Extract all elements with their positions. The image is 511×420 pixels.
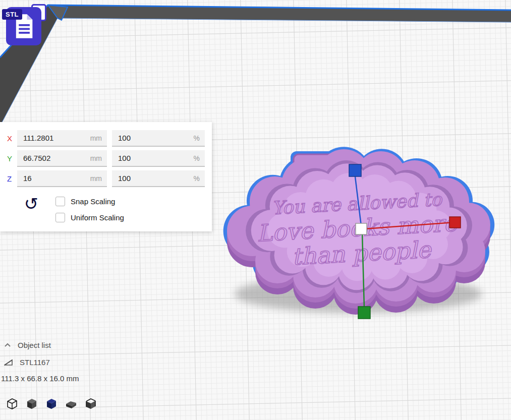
view-solid-cube-button[interactable]: [25, 396, 39, 410]
axis-y-label: Y: [7, 154, 17, 163]
scale-row-z: Z mm %: [7, 170, 205, 187]
view-wireframe-cube-button[interactable]: [5, 396, 19, 410]
object-list-panel: Object list STL1167 111.3 x 66.8 x 16.0 …: [4, 341, 79, 383]
scale-handle-x[interactable]: [449, 217, 461, 228]
mesh-icon: [4, 358, 13, 366]
flat-cube-icon: [65, 397, 78, 410]
x-mm-unit: mm: [90, 134, 102, 142]
y-mm-input[interactable]: [22, 153, 82, 163]
viewport-3d: You are allowed to Love books more than …: [0, 0, 511, 420]
x-mm-input[interactable]: [22, 133, 82, 143]
highlighted-cube-icon: [45, 397, 58, 410]
y-mm-unit: mm: [90, 154, 102, 162]
scale-handle-z[interactable]: [349, 164, 361, 176]
y-percent-field: %: [112, 150, 205, 167]
axis-z-label: Z: [7, 174, 17, 183]
scale-tool-panel: X mm % Y mm % Z mm: [0, 122, 212, 231]
x-percent-unit: %: [194, 134, 200, 142]
snap-scaling-label: Snap Scaling: [71, 197, 115, 206]
stl-file-icon[interactable]: STL: [4, 3, 49, 48]
snap-scaling-checkbox-row[interactable]: Snap Scaling: [55, 197, 124, 206]
view-open-cube-button[interactable]: [84, 396, 98, 410]
scale-handle-y[interactable]: [358, 307, 370, 319]
axis-x-label: X: [7, 134, 17, 143]
object-name: STL1167: [20, 358, 50, 367]
z-percent-field: %: [112, 170, 205, 187]
view-highlighted-cube-button[interactable]: [44, 396, 59, 410]
z-mm-input[interactable]: [22, 173, 82, 183]
stl-ribbon-label: STL: [2, 9, 22, 20]
z-mm-field: mm: [17, 170, 107, 187]
object-list-header[interactable]: Object list: [4, 341, 79, 349]
model-stl1167[interactable]: You are allowed to Love books more than …: [217, 145, 509, 329]
scale-row-y: Y mm %: [7, 150, 205, 167]
uniform-scaling-checkbox-row[interactable]: Uniform Scaling: [55, 213, 124, 222]
document-fold: [27, 14, 33, 20]
scale-row-x: X mm %: [7, 130, 205, 147]
wireframe-cube-icon: [6, 397, 19, 410]
view-toolbar: [5, 396, 98, 410]
y-percent-unit: %: [194, 154, 200, 162]
x-percent-input[interactable]: [117, 133, 177, 143]
chevron-up-icon: [4, 343, 11, 347]
reset-rotate-ccw-icon: ↺: [24, 195, 39, 212]
z-percent-input[interactable]: [117, 173, 177, 183]
x-mm-field: mm: [17, 130, 107, 147]
y-percent-input[interactable]: [117, 153, 177, 163]
y-mm-field: mm: [17, 150, 107, 167]
open-cube-icon: [84, 397, 97, 410]
scale-handle-center[interactable]: [356, 223, 367, 234]
object-list-item[interactable]: STL1167: [4, 358, 79, 367]
z-mm-unit: mm: [90, 174, 102, 183]
uniform-scaling-checkbox[interactable]: [55, 213, 65, 222]
object-dimensions: 111.3 x 66.8 x 16.0 mm: [1, 374, 79, 383]
view-flat-cube-button[interactable]: [64, 396, 78, 410]
reset-scale-button[interactable]: ↺: [7, 195, 55, 222]
solid-cube-icon: [25, 397, 38, 410]
z-percent-unit: %: [194, 174, 200, 183]
x-percent-field: %: [112, 130, 205, 147]
object-list-title: Object list: [18, 341, 51, 349]
uniform-scaling-label: Uniform Scaling: [71, 213, 124, 222]
snap-scaling-checkbox[interactable]: [55, 197, 65, 206]
scale-panel-options: ↺ Snap Scaling Uniform Scaling: [7, 195, 205, 222]
